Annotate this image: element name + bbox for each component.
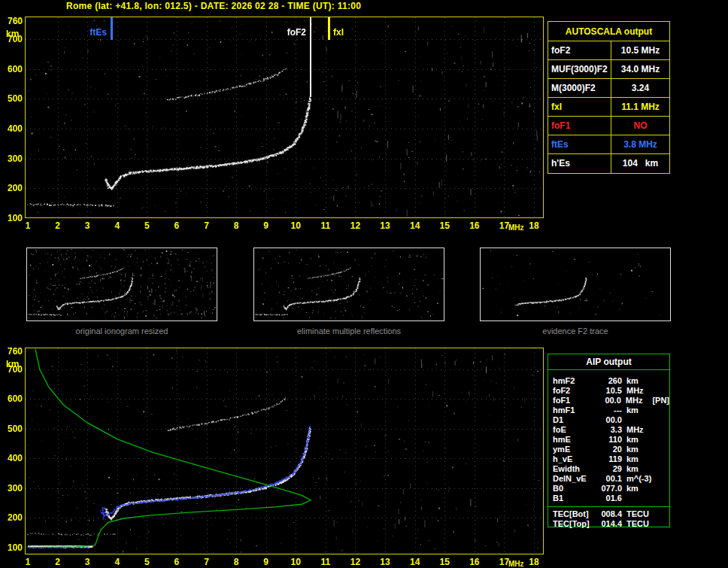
aip-row-extra bbox=[651, 405, 669, 415]
autoscala-row-param: foF1 bbox=[548, 117, 611, 135]
aip-row: foF100.0MHz[PN] bbox=[548, 396, 669, 405]
bottom-plot-x-tick: 8 bbox=[228, 557, 244, 567]
aip-row-value: 00.0 bbox=[593, 415, 622, 425]
thumbnail-caption-noreflections: eliminate multiple reflections bbox=[253, 327, 444, 336]
bottom-plot-y-tick: 200 bbox=[0, 512, 23, 523]
bottom-plot-x-tick: 11 bbox=[317, 557, 334, 567]
aip-row-value: 008.4 bbox=[593, 509, 622, 519]
bottom-plot-y-tick: 100 bbox=[0, 542, 23, 553]
aip-row-value: 00.1 bbox=[593, 474, 622, 484]
aip-row-param: B0 bbox=[548, 484, 593, 494]
aip-row-param: TEC[Top] bbox=[548, 519, 593, 529]
top-plot-x-tick: 4 bbox=[109, 220, 126, 231]
bottom-plot-x-tick: 4 bbox=[109, 557, 126, 567]
bottom-plot-x-unit: MHz bbox=[508, 560, 524, 568]
aip-row-param: hmE bbox=[548, 435, 593, 445]
fxI-marker-label: fxI bbox=[333, 27, 344, 38]
aip-row: B101.6 bbox=[548, 494, 669, 503]
aip-row-param: ymE bbox=[548, 445, 593, 454]
aip-row-extra bbox=[651, 484, 669, 494]
ftEs-marker-line bbox=[111, 17, 113, 40]
top-plot-x-tick: 14 bbox=[407, 220, 423, 231]
aip-row-extra bbox=[651, 454, 669, 464]
aip-row-extra bbox=[651, 425, 669, 435]
top-plot-y-tick: 300 bbox=[0, 153, 23, 164]
autoscala-table-title: AUTOSCALA output bbox=[548, 22, 669, 41]
autoscala-row: foF1NO bbox=[548, 117, 669, 135]
autoscala-row-value: NO bbox=[611, 117, 669, 135]
aip-row-extra bbox=[651, 435, 669, 445]
thumbnail-original-canvas bbox=[26, 248, 217, 321]
aip-row-param: foE bbox=[548, 425, 593, 435]
aip-row-unit: MHz bbox=[621, 396, 650, 405]
aip-row-unit: MHz bbox=[622, 386, 651, 396]
top-plot-x-tick: 2 bbox=[50, 220, 66, 231]
aip-row-value: 3.3 bbox=[593, 425, 622, 435]
aip-row-value: 01.6 bbox=[593, 494, 622, 503]
aip-row-extra bbox=[651, 445, 669, 454]
aip-row-unit: km bbox=[622, 484, 651, 494]
bottom-plot-x-tick: 6 bbox=[168, 557, 185, 567]
top-plot-x-tick: 13 bbox=[377, 220, 393, 231]
autoscala-row-value: 3.24 bbox=[611, 79, 669, 97]
aip-row: TEC[Bot]008.4TECU bbox=[548, 509, 669, 519]
top-plot-y-tick: 760 bbox=[0, 16, 23, 26]
aip-row-unit bbox=[622, 494, 651, 503]
top-plot-y-tick: 400 bbox=[0, 123, 23, 134]
autoscala-row-param: ftEs bbox=[548, 135, 611, 153]
aip-row-extra bbox=[651, 474, 669, 484]
autoscala-output-table: AUTOSCALA output foF210.5 MHzMUF(3000)F2… bbox=[548, 21, 670, 174]
aip-row-param: foF1 bbox=[548, 396, 593, 405]
aip-row: B0077.0km bbox=[548, 484, 669, 494]
autoscala-row-param: foF2 bbox=[548, 41, 611, 59]
bottom-plot-x-tick: 16 bbox=[466, 557, 483, 567]
aip-table-body: hmF2260kmfoF210.5MHzfoF100.0MHz[PN]hmF1-… bbox=[548, 376, 669, 503]
aip-row-value: 10.5 bbox=[593, 386, 622, 396]
autoscala-row-param: fxI bbox=[548, 98, 611, 116]
bottom-plot-x-tick: 14 bbox=[407, 557, 423, 567]
top-plot-x-tick: 11 bbox=[317, 220, 334, 231]
autoscala-row-value: 10.5 MHz bbox=[611, 41, 669, 59]
aip-row-unit: km bbox=[622, 445, 651, 454]
aip-row-unit: km bbox=[622, 405, 651, 415]
thumbnail-noreflections-canvas bbox=[253, 248, 444, 321]
aip-table-title: AIP output bbox=[548, 354, 669, 370]
autoscala-row: MUF(3000)F234.0 MHz bbox=[548, 60, 669, 79]
aip-row-extra bbox=[651, 376, 669, 386]
aip-row-param: hmF1 bbox=[548, 405, 593, 415]
aip-row-extra bbox=[651, 386, 669, 396]
aip-output-table: AIP output hmF2260kmfoF210.5MHzfoF100.0M… bbox=[548, 354, 670, 527]
top-plot-x-tick: 16 bbox=[466, 220, 483, 231]
top-plot-x-tick: 3 bbox=[79, 220, 96, 231]
aip-row-unit: TECU bbox=[622, 519, 651, 529]
top-plot-x-tick: 5 bbox=[138, 220, 155, 231]
aip-row: hmE110km bbox=[548, 435, 669, 445]
bottom-plot-x-tick: 15 bbox=[436, 557, 453, 567]
bottom-plot-y-tick: 500 bbox=[0, 424, 23, 434]
aip-row: D100.0 bbox=[548, 415, 669, 425]
autoscala-row: fxI11.1 MHz bbox=[548, 98, 669, 117]
aip-row-value: 119 bbox=[593, 454, 622, 464]
bottom-plot-x-tick: 10 bbox=[287, 557, 304, 567]
aip-row-unit: km bbox=[622, 435, 651, 445]
top-ionogram-canvas bbox=[25, 17, 544, 218]
top-plot-x-tick: 10 bbox=[287, 220, 304, 231]
top-plot-x-unit: MHz bbox=[508, 223, 524, 232]
top-plot-x-tick: 12 bbox=[347, 220, 363, 231]
aip-row-param: hmF2 bbox=[548, 376, 593, 386]
bottom-plot-y-tick: 400 bbox=[0, 453, 23, 463]
autoscala-row-value: 34.0 MHz bbox=[611, 60, 669, 78]
bottom-plot-y-tick: 760 bbox=[0, 346, 23, 357]
top-plot-x-tick: 9 bbox=[258, 220, 275, 231]
bottom-plot-x-tick: 1 bbox=[20, 557, 36, 567]
aip-row: foE3.3MHz bbox=[548, 425, 669, 435]
aip-row-extra bbox=[651, 415, 669, 425]
autoscala-table-body: foF210.5 MHzMUF(3000)F234.0 MHzM(3000)F2… bbox=[548, 41, 669, 173]
autoscala-row-param: MUF(3000)F2 bbox=[548, 60, 611, 78]
aip-row-param: Ewidth bbox=[548, 464, 593, 474]
aip-row-extra bbox=[651, 509, 669, 519]
bottom-plot-y-unit: km bbox=[6, 359, 19, 369]
bottom-plot-x-tick: 12 bbox=[347, 557, 363, 567]
aip-row-param: B1 bbox=[548, 494, 593, 503]
aip-row: ymE20km bbox=[548, 445, 669, 454]
